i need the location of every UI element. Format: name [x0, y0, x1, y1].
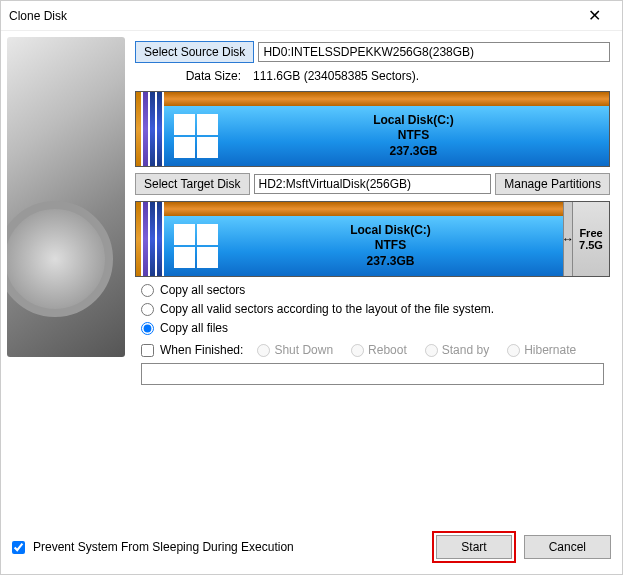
main-panel: Select Source Disk HD0:INTELSSDPEKKW256G… [131, 31, 622, 511]
free-space-partition[interactable]: Free 7.5G [573, 202, 609, 276]
target-disk-bar: Local Disk(C:) NTFS 237.3GB ↔ Free 7.5G [135, 201, 610, 277]
partition-size: 237.3GB [218, 254, 563, 270]
partition-fs: NTFS [218, 238, 563, 254]
manage-partitions-button[interactable]: Manage Partitions [495, 173, 610, 195]
free-label: Free [579, 227, 602, 239]
data-size-label: Data Size: [135, 69, 245, 83]
data-size-value: 111.6GB (234058385 Sectors). [249, 67, 610, 85]
sidebar [1, 31, 131, 511]
reboot-radio [351, 344, 364, 357]
copy-all-sectors-label: Copy all sectors [160, 283, 245, 297]
start-button-highlight: Start [432, 531, 515, 563]
partition-name: Local Disk(C:) [218, 113, 609, 129]
content-area: Select Source Disk HD0:INTELSSDPEKKW256G… [1, 31, 622, 511]
hibernate-label: Hibernate [524, 343, 576, 357]
close-icon[interactable]: ✕ [574, 6, 614, 25]
when-finished-checkbox[interactable] [141, 344, 154, 357]
copy-valid-sectors-radio[interactable] [141, 303, 154, 316]
source-partition[interactable]: Local Disk(C:) NTFS 237.3GB [164, 92, 609, 166]
source-disk-value: HD0:INTELSSDPEKKW256G8(238GB) [258, 42, 610, 62]
reboot-label: Reboot [368, 343, 407, 357]
progress-bar [141, 363, 604, 385]
windows-icon [174, 114, 218, 158]
shutdown-label: Shut Down [274, 343, 333, 357]
select-source-disk-button[interactable]: Select Source Disk [135, 41, 254, 63]
window-title: Clone Disk [9, 9, 574, 23]
target-disk-value: HD2:MsftVirtualDisk(256GB) [254, 174, 492, 194]
partition-name: Local Disk(C:) [218, 223, 563, 239]
windows-icon [174, 224, 218, 268]
resize-handle-icon[interactable]: ↔ [563, 202, 573, 276]
cancel-button[interactable]: Cancel [524, 535, 611, 559]
partition-size: 237.3GB [218, 144, 609, 160]
titlebar: Clone Disk ✕ [1, 1, 622, 31]
copy-all-files-label: Copy all files [160, 321, 228, 335]
footer: Prevent System From Sleeping During Exec… [12, 531, 611, 563]
standby-radio [425, 344, 438, 357]
standby-label: Stand by [442, 343, 489, 357]
source-disk-bar: Local Disk(C:) NTFS 237.3GB [135, 91, 610, 167]
select-target-disk-button[interactable]: Select Target Disk [135, 173, 250, 195]
prevent-sleep-label: Prevent System From Sleeping During Exec… [33, 540, 294, 554]
start-button[interactable]: Start [436, 535, 511, 559]
hibernate-radio [507, 344, 520, 357]
partition-fs: NTFS [218, 128, 609, 144]
target-partition[interactable]: Local Disk(C:) NTFS 237.3GB [164, 202, 563, 276]
copy-all-sectors-radio[interactable] [141, 284, 154, 297]
copy-valid-sectors-label: Copy all valid sectors according to the … [160, 302, 494, 316]
copy-all-files-radio[interactable] [141, 322, 154, 335]
free-size: 7.5G [579, 239, 603, 251]
when-finished-label: When Finished: [160, 343, 243, 357]
disk-image [7, 37, 125, 357]
prevent-sleep-checkbox[interactable] [12, 541, 25, 554]
shutdown-radio [257, 344, 270, 357]
